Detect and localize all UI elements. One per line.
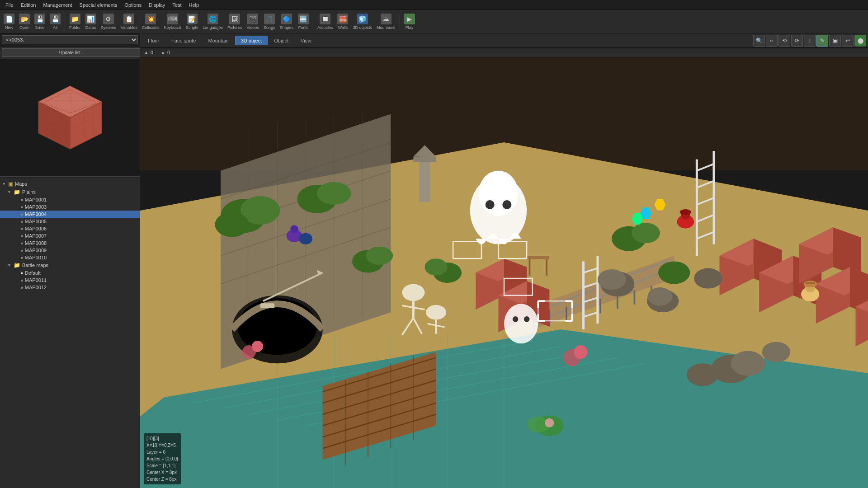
tb-variables[interactable]: 📋 Variables — [119, 13, 139, 31]
coord-y-row: ▲ 0 — [160, 50, 170, 55]
tree-map0008[interactable]: ■ MAP0008 — [0, 239, 140, 247]
tool-select[interactable]: ▣ — [829, 35, 841, 47]
tree-battlemaps-label: Battle maps — [22, 263, 48, 268]
tb-new[interactable]: 📄 New — [2, 13, 16, 31]
tb-mountains[interactable]: ⛰ Mountains — [375, 13, 397, 31]
systems-icon: ⚙ — [103, 14, 114, 24]
battlemaps-folder-icon: 📁 — [14, 262, 20, 268]
tree-map0010-label: MAP0010 — [25, 255, 47, 260]
play-icon: ▶ — [404, 14, 415, 24]
tb-autotiles[interactable]: 🔲 Autotiles — [316, 13, 335, 31]
tb-shapes-label: Shapes — [279, 25, 293, 30]
tb-all[interactable]: 💾 All — [48, 13, 62, 31]
fonts-icon: 🔤 — [298, 14, 309, 24]
svg-rect-177 — [260, 303, 274, 308]
tool-pencil[interactable]: ✎ — [816, 35, 828, 47]
tb-walls[interactable]: 🧱 Walls — [335, 13, 350, 31]
menu-display[interactable]: Display — [145, 1, 169, 9]
tool-green[interactable]: ⬤ — [854, 35, 866, 47]
left-panel: <>0053: Update list... — [0, 33, 140, 488]
tree-maps-label: Maps — [15, 181, 27, 187]
toolbar: 📄 New 📂 Open 💾 Save 💾 All 📁 Folder 📊 Dat… — [0, 10, 868, 33]
tree-map0010[interactable]: ■ MAP0010 — [0, 254, 140, 261]
tree-map0001-label: MAP0001 — [25, 197, 47, 202]
map0009-icon: ■ — [21, 249, 23, 253]
tree-map0005[interactable]: ■ MAP0005 — [0, 218, 140, 225]
info-pos: [10][3] — [146, 435, 178, 442]
map0001-icon: ■ — [21, 198, 23, 202]
map0011-icon: ■ — [21, 278, 23, 282]
tree-map0009-label: MAP0009 — [25, 248, 47, 253]
update-list-button[interactable]: Update list... — [2, 48, 142, 57]
tree-map0001[interactable]: ■ MAP0001 — [0, 196, 140, 203]
tb-shapes[interactable]: 🔷 Shapes — [278, 13, 295, 31]
menu-special-elements[interactable]: Special elements — [76, 1, 121, 9]
info-scale: Scale = [1,1,1] — [146, 462, 178, 469]
tb-save[interactable]: 💾 Save — [33, 13, 47, 31]
tb-videos[interactable]: 🎬 Videos — [245, 13, 261, 31]
tool-undo[interactable]: ↩ — [842, 35, 854, 47]
tool-rotate-right[interactable]: ⟳ — [791, 35, 803, 47]
viewport[interactable]: [10][3] X=10,Y=0,Z=5 Layer = 0 Angles = … — [140, 57, 868, 488]
tb-datas-label: Datas — [85, 25, 96, 30]
tb-datas[interactable]: 📊 Datas — [84, 13, 98, 31]
svg-point-102 — [486, 200, 495, 209]
mountains-icon: ⛰ — [381, 14, 392, 24]
svg-point-171 — [545, 418, 554, 427]
tool-search[interactable]: 🔍 — [753, 35, 765, 47]
coord-x-value: 0 — [151, 50, 153, 55]
svg-point-130 — [574, 345, 587, 359]
tree-battlemaps[interactable]: ▼ 📁 Battle maps — [0, 261, 140, 269]
map0004-icon: ■ — [21, 212, 23, 216]
tree-map0007[interactable]: ■ MAP0007 — [0, 232, 140, 239]
tab-floor[interactable]: Floor — [142, 36, 165, 45]
tab-mountain[interactable]: Mountain — [202, 36, 234, 45]
menu-management[interactable]: Management — [39, 1, 75, 9]
map-dropdown[interactable]: <>0053: — [2, 35, 138, 44]
tb-fonts[interactable]: 🔤 Fonts — [296, 13, 311, 31]
tool-scale[interactable]: ↕ — [804, 35, 816, 47]
tree-map0012[interactable]: ■ MAP0012 — [0, 284, 140, 291]
tb-fonts-label: Fonts — [298, 25, 309, 30]
menu-edition[interactable]: Edition — [17, 1, 40, 9]
default-icon: ■ — [21, 271, 23, 275]
collisions-icon: 💥 — [145, 14, 156, 24]
tab-view[interactable]: View — [295, 36, 317, 45]
tb-open[interactable]: 📂 Open — [17, 13, 32, 31]
viewport-canvas: [10][3] X=10,Y=0,Z=5 Layer = 0 Angles = … — [140, 57, 868, 488]
tree-plains[interactable]: ▼ 📁 Plains — [0, 188, 140, 196]
tree-map0006[interactable]: ■ MAP0006 — [0, 225, 140, 232]
svg-point-101 — [479, 171, 519, 216]
tree-maps[interactable]: ▼ ▣ Maps — [0, 180, 140, 188]
info-center-z: Center Z = 8px — [146, 476, 178, 483]
tab-face-sprite[interactable]: Face sprite — [165, 36, 202, 45]
tb-collisions[interactable]: 💥 Collisions — [140, 13, 161, 31]
tb-play[interactable]: ▶ Play — [402, 13, 417, 31]
tb-3dobjects[interactable]: 🧊 3D objects — [351, 13, 374, 31]
tb-keyboard[interactable]: ⌨ Keyboard — [162, 13, 183, 31]
menu-help[interactable]: Help — [185, 1, 203, 9]
tb-new-label: New — [5, 25, 13, 30]
tree-map0009[interactable]: ■ MAP0009 — [0, 247, 140, 254]
menu-options[interactable]: Options — [121, 1, 145, 9]
tb-systems[interactable]: ⚙ Systems — [99, 13, 118, 31]
tree-map0004[interactable]: ■ MAP0004 — [0, 211, 140, 218]
tree-map0003[interactable]: ■ MAP0003 — [0, 203, 140, 211]
tb-languages[interactable]: 🌐 Languages — [201, 13, 225, 31]
tool-move[interactable]: ↔ — [766, 35, 778, 47]
svg-point-112 — [426, 305, 446, 320]
tab-object[interactable]: Object — [268, 36, 294, 45]
tb-folder[interactable]: 📁 Folder — [67, 13, 83, 31]
svg-rect-172 — [419, 156, 430, 202]
tb-scripts[interactable]: 📝 Scripts — [184, 13, 200, 31]
tb-play-label: Play — [406, 25, 414, 30]
menu-file[interactable]: File — [2, 1, 17, 9]
tool-rotate-left[interactable]: ⟲ — [778, 35, 790, 47]
tree-default[interactable]: ■ Default — [0, 269, 140, 277]
tree-map0011[interactable]: ■ MAP0011 — [0, 277, 140, 284]
menu-test[interactable]: Test — [169, 1, 185, 9]
svg-point-117 — [215, 212, 249, 237]
tb-songs[interactable]: 🎵 Songs — [262, 13, 277, 31]
tab-3d-object[interactable]: 3D object — [235, 36, 268, 45]
tb-pictures[interactable]: 🖼 Pictures — [226, 13, 244, 31]
